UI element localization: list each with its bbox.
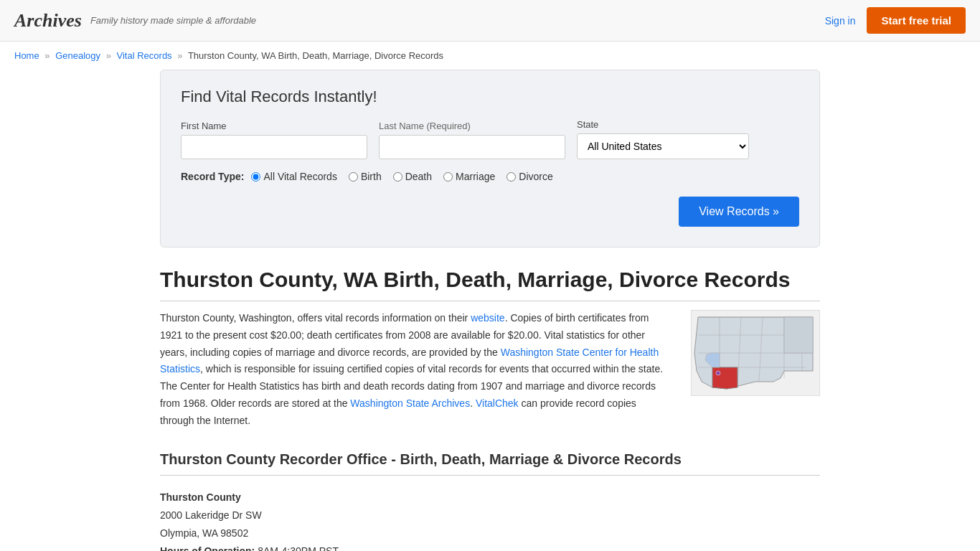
map-svg bbox=[691, 310, 820, 396]
breadcrumb-sep-3: » bbox=[177, 50, 182, 61]
recorder-name: Thurston County bbox=[160, 491, 241, 503]
sign-in-link[interactable]: Sign in bbox=[825, 15, 856, 27]
view-records-row: View Records » bbox=[181, 197, 799, 227]
record-type-row: Record Type: All Vital Records Birth Dea… bbox=[181, 171, 799, 182]
record-type-label: Record Type: bbox=[181, 171, 244, 182]
view-records-button[interactable]: View Records » bbox=[679, 197, 799, 227]
radio-marriage[interactable] bbox=[443, 172, 453, 182]
recorder-section: Thurston County Recorder Office - Birth,… bbox=[160, 451, 820, 551]
first-name-input[interactable] bbox=[181, 135, 367, 159]
record-type-birth-label: Birth bbox=[361, 171, 382, 182]
wa-health-stats-link[interactable]: Washington State Center for Health Stati… bbox=[160, 347, 659, 375]
state-select[interactable]: All United States Alabama Alaska Arizona… bbox=[577, 133, 749, 159]
main-content: Find Vital Records Instantly! First Name… bbox=[146, 70, 834, 551]
svg-marker-11 bbox=[712, 367, 738, 389]
content-section: Thurston County, Washington, offers vita… bbox=[160, 310, 820, 430]
state-label: State bbox=[577, 119, 749, 130]
search-title: Find Vital Records Instantly! bbox=[181, 88, 799, 106]
search-fields-row: First Name Last Name (Required) State Al… bbox=[181, 119, 799, 159]
recorder-hours-value: 8AM-4:30PM PST bbox=[258, 545, 339, 551]
breadcrumb-vital-records[interactable]: Vital Records bbox=[117, 50, 172, 61]
breadcrumb-home[interactable]: Home bbox=[14, 50, 39, 61]
record-type-death-label: Death bbox=[405, 171, 432, 182]
svg-point-14 bbox=[716, 371, 720, 375]
recorder-hours: Hours of Operation: 8AM-4:30PM PST bbox=[160, 542, 820, 551]
wa-archives-link[interactable]: Washington State Archives bbox=[350, 397, 470, 409]
search-form-container: Find Vital Records Instantly! First Name… bbox=[160, 70, 820, 248]
breadcrumb-sep-2: » bbox=[106, 50, 111, 61]
svg-marker-13 bbox=[784, 317, 813, 353]
breadcrumb-genealogy[interactable]: Genealogy bbox=[55, 50, 100, 61]
last-name-label: Last Name (Required) bbox=[379, 121, 565, 131]
record-type-all-vital[interactable]: All Vital Records bbox=[251, 171, 336, 182]
recorder-info: Thurston County 2000 Lakeridge Dr SW Oly… bbox=[160, 489, 820, 551]
record-type-death[interactable]: Death bbox=[393, 171, 432, 182]
header-logo-area: Archives Family history made simple & af… bbox=[14, 10, 256, 32]
radio-birth[interactable] bbox=[349, 172, 358, 182]
site-logo: Archives bbox=[14, 10, 82, 32]
last-name-group: Last Name (Required) bbox=[379, 121, 565, 159]
first-name-label: First Name bbox=[181, 121, 367, 131]
recorder-hours-label: Hours of Operation: bbox=[160, 545, 255, 551]
radio-all-vital[interactable] bbox=[251, 172, 260, 182]
record-type-birth[interactable]: Birth bbox=[349, 171, 382, 182]
vitalchek-link[interactable]: VitalChek bbox=[476, 397, 519, 409]
recorder-address1: 2000 Lakeridge Dr SW bbox=[160, 507, 820, 524]
content-paragraph: Thurston County, Washington, offers vita… bbox=[160, 310, 671, 430]
state-group: State All United States Alabama Alaska A… bbox=[577, 119, 749, 159]
recorder-section-title: Thurston County Recorder Office - Birth,… bbox=[160, 451, 820, 476]
page-title: Thurston County, WA Birth, Death, Marria… bbox=[160, 268, 820, 301]
site-tagline: Family history made simple & affordable bbox=[90, 15, 256, 26]
last-name-input[interactable] bbox=[379, 135, 565, 159]
record-type-divorce-label: Divorce bbox=[519, 171, 552, 182]
site-header: Archives Family history made simple & af… bbox=[0, 0, 980, 42]
record-type-marriage[interactable]: Marriage bbox=[443, 171, 495, 182]
breadcrumb-current: Thurston County, WA Birth, Death, Marria… bbox=[188, 50, 443, 61]
content-text: Thurston County, Washington, offers vita… bbox=[160, 310, 671, 430]
start-trial-button[interactable]: Start free trial bbox=[867, 7, 966, 34]
record-type-marriage-label: Marriage bbox=[456, 171, 495, 182]
record-type-all-vital-label: All Vital Records bbox=[263, 171, 336, 182]
record-type-divorce[interactable]: Divorce bbox=[507, 171, 552, 182]
first-name-group: First Name bbox=[181, 121, 367, 159]
breadcrumb-sep-1: » bbox=[44, 50, 50, 61]
county-map bbox=[691, 310, 820, 430]
radio-death[interactable] bbox=[393, 172, 402, 182]
website-link[interactable]: website bbox=[471, 312, 504, 324]
recorder-address2: Olympia, WA 98502 bbox=[160, 524, 820, 542]
header-actions: Sign in Start free trial bbox=[825, 7, 966, 34]
breadcrumb: Home » Genealogy » Vital Records » Thurs… bbox=[0, 42, 980, 70]
radio-divorce[interactable] bbox=[507, 172, 516, 182]
